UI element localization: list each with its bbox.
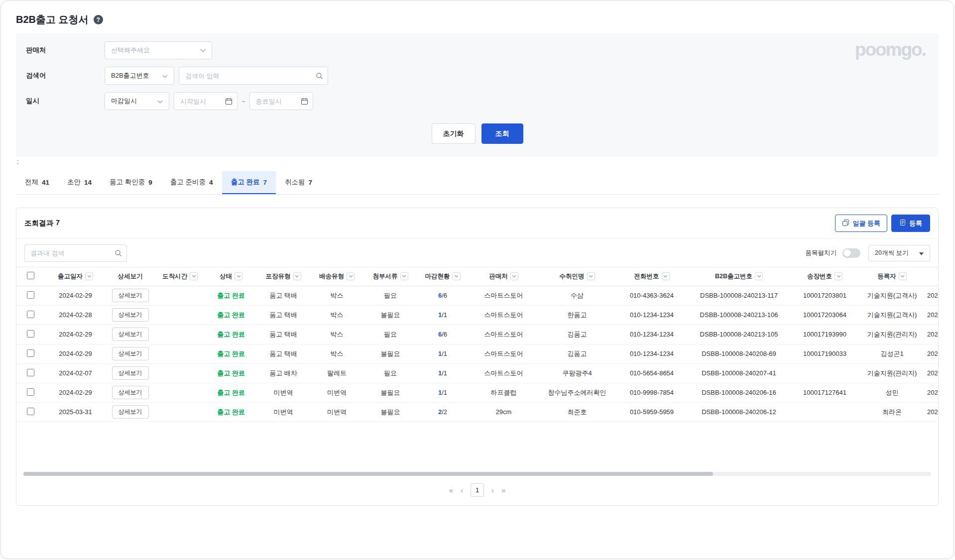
cell-delivery-type: 박스: [311, 325, 363, 344]
next-page-button[interactable]: ›: [491, 486, 494, 494]
tab-poomgo-checking[interactable]: 품고 확인중9: [101, 171, 161, 194]
sort-filter-icon[interactable]: [347, 272, 355, 280]
tab-label: 초안: [67, 178, 81, 187]
results-search-input[interactable]: [24, 244, 127, 262]
cell-deadline-status: 1/1: [418, 344, 468, 363]
page-size-select[interactable]: 20개씩 보기: [868, 245, 930, 261]
end-date-input[interactable]: [249, 92, 313, 110]
sort-filter-icon[interactable]: [235, 272, 242, 280]
bulk-register-button[interactable]: 일괄 등록: [835, 215, 887, 232]
expand-items-toggle[interactable]: [842, 248, 860, 258]
detail-view-button[interactable]: 상세보기: [112, 366, 149, 380]
tab-all[interactable]: 전체41: [16, 171, 58, 194]
sort-filter-icon[interactable]: [835, 272, 842, 280]
sort-filter-icon[interactable]: [510, 272, 518, 280]
prev-page-button[interactable]: ‹: [461, 486, 463, 494]
seller-filter-label: 판매처: [16, 46, 105, 55]
sort-filter-icon[interactable]: [190, 272, 198, 280]
cell-invoice-number: 100017193990: [789, 325, 861, 344]
tab-cancelled[interactable]: 취소됨7: [276, 171, 321, 194]
row-checkbox[interactable]: [27, 330, 34, 337]
cell-clipped: 2024: [923, 383, 938, 402]
detail-view-button[interactable]: 상세보기: [112, 308, 149, 322]
table-row: 2024-02-29상세보기출고 완료품고 택배박스필요6/6스마트스토어김품고…: [16, 325, 938, 344]
row-checkbox-cell: [16, 402, 44, 422]
register-label: 등록: [909, 219, 922, 228]
filter-panel: poomgo. 판매처 선택해주세요 검색어 B2B출고번호: [16, 33, 939, 157]
results-summary: 조회결과 7: [24, 219, 60, 228]
seller-select[interactable]: 선택해주세요: [105, 41, 212, 59]
select-all-checkbox[interactable]: [27, 272, 34, 279]
column-header-label: 출고일자: [58, 272, 83, 281]
cell-b2b-number: DSBB-100008-240206-16: [689, 383, 789, 402]
row-checkbox[interactable]: [27, 408, 34, 415]
sort-filter-icon[interactable]: [587, 272, 595, 280]
cell-registrant: 김성곤1: [861, 344, 923, 363]
deadline-total: /1: [442, 369, 447, 377]
horizontal-scrollbar[interactable]: [23, 472, 931, 476]
cell-arrival-time: [154, 344, 206, 363]
cell-phone-number: 010-5654-8654: [614, 363, 689, 383]
row-checkbox[interactable]: [27, 349, 34, 357]
last-page-button[interactable]: »: [501, 486, 505, 494]
cell-recipient-name: 한품고: [540, 305, 614, 325]
current-page-button[interactable]: 1: [471, 483, 484, 497]
cell-arrival-time: [154, 383, 206, 402]
register-button[interactable]: 등록: [891, 215, 930, 232]
tab-ship-completed[interactable]: 출고 완료7: [222, 171, 276, 194]
tab-ship-preparing[interactable]: 출고 준비중4: [161, 171, 222, 194]
sort-filter-icon[interactable]: [453, 272, 461, 280]
deadline-total: /1: [442, 350, 447, 357]
cell-clipped: 2024: [923, 402, 938, 422]
cell-detail: 상세보기: [107, 286, 154, 305]
keyword-filter-row: 검색어 B2B출고번호: [16, 67, 939, 85]
keyword-type-select[interactable]: B2B출고번호: [105, 67, 174, 85]
row-checkbox[interactable]: [27, 388, 34, 396]
column-header: B2B출고번호: [689, 267, 789, 286]
first-page-button[interactable]: «: [449, 486, 453, 494]
column-header: 첨부서류: [363, 267, 418, 286]
cell-seller: 스마트스토어: [468, 363, 540, 383]
scrollbar-thumb[interactable]: [23, 472, 713, 476]
date-type-select[interactable]: 마감일시: [105, 92, 169, 110]
cell-clipped: 2024: [923, 325, 938, 344]
cell-arrival-time: [154, 286, 206, 305]
sort-filter-icon[interactable]: [899, 272, 907, 280]
chevron-down-icon: [157, 98, 163, 105]
column-header-label: 배송유형: [319, 272, 344, 281]
row-checkbox[interactable]: [27, 311, 34, 318]
cell-clipped: 2024: [923, 363, 938, 383]
keyword-type-value: B2B출고번호: [111, 71, 149, 80]
help-icon[interactable]: ?: [94, 15, 103, 24]
cell-status: 출고 완료: [206, 305, 256, 325]
column-header: 상태: [206, 267, 256, 286]
sort-filter-icon[interactable]: [293, 272, 301, 280]
sort-filter-icon[interactable]: [755, 272, 763, 280]
sort-filter-icon[interactable]: [400, 272, 408, 280]
detail-view-button[interactable]: 상세보기: [112, 289, 149, 302]
sort-filter-icon[interactable]: [85, 272, 93, 280]
sort-filter-icon[interactable]: [662, 272, 670, 280]
cell-b2b-number: DSBB-100008-240213-105: [689, 325, 789, 344]
cell-detail: 상세보기: [107, 402, 154, 422]
row-checkbox[interactable]: [27, 369, 34, 376]
table-row: 2024-02-07상세보기출고 완료품고 배차팔레트필요1/1스마트스토어쿠팡…: [16, 363, 938, 383]
cell-deadline-status: 6/6: [418, 286, 468, 305]
tab-draft[interactable]: 초안14: [58, 171, 101, 194]
detail-view-button[interactable]: 상세보기: [112, 347, 149, 360]
start-date-input[interactable]: [174, 92, 238, 110]
column-header-label: 상세보기: [118, 272, 143, 281]
detail-view-button[interactable]: 상세보기: [112, 405, 149, 419]
table-row: 2025-03-31상세보기출고 완료미번역미번역불필요2/229cm최준호01…: [16, 402, 938, 422]
detail-view-button[interactable]: 상세보기: [112, 386, 149, 399]
table-row: 2024-02-29상세보기출고 완료미번역미번역불필요1/1하프클럽창수님주소…: [16, 383, 938, 402]
cell-packaging-type: 품고 택배: [256, 325, 311, 344]
search-button[interactable]: 조회: [481, 123, 523, 144]
brand-logo: poomgo.: [855, 39, 926, 60]
row-checkbox[interactable]: [27, 291, 34, 299]
keyword-input[interactable]: [179, 67, 328, 85]
reset-button[interactable]: 초기화: [432, 123, 476, 144]
detail-view-button[interactable]: 상세보기: [112, 328, 149, 341]
cell-status: 출고 완료: [206, 402, 256, 422]
pagination: « ‹ 1 › »: [16, 476, 938, 505]
